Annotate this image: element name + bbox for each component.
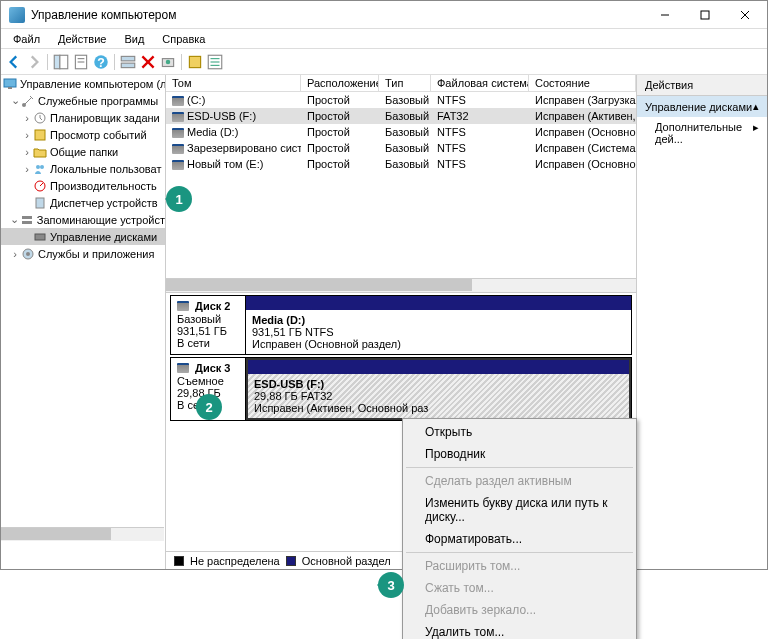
refresh-button[interactable] — [119, 53, 137, 71]
storage-icon — [20, 213, 34, 227]
disk-row-2[interactable]: Диск 2 Базовый 931,51 ГБ В сети Media (D… — [170, 295, 632, 355]
tree-diskmgmt[interactable]: Управление дисками — [1, 228, 165, 245]
maximize-button[interactable] — [685, 3, 725, 27]
app-icon — [9, 7, 25, 23]
disk-row-3[interactable]: Диск 3 Съемное 29,88 ГБ В сети ESD-USB (… — [170, 357, 632, 421]
window-title: Управление компьютером — [31, 8, 645, 22]
tree-storage[interactable]: ⌄ Запоминающие устройст — [1, 211, 165, 228]
perf-icon — [33, 179, 47, 193]
expand-icon[interactable]: › — [21, 146, 33, 158]
scrollbar-thumb[interactable] — [1, 528, 111, 540]
menu-action[interactable]: Действие — [50, 31, 114, 47]
menu-file[interactable]: Файл — [5, 31, 48, 47]
device-icon — [33, 196, 47, 210]
tree-events[interactable]: › Просмотр событий — [1, 126, 165, 143]
legend-primary: Основной раздел — [302, 555, 391, 567]
minimize-button[interactable] — [645, 3, 685, 27]
volume-row[interactable]: Новый том (E:)ПростойБазовыйNTFSИсправен… — [166, 156, 636, 172]
tree-label: Запоминающие устройст — [37, 214, 165, 226]
scrollbar-thumb[interactable] — [166, 279, 472, 291]
svg-point-28 — [40, 165, 44, 169]
tree-scheduler[interactable]: › Планировщик задани — [1, 109, 165, 126]
partition-selected[interactable]: ESD-USB (F:) 29,88 ГБ FAT32 Исправен (Ак… — [246, 358, 631, 420]
expand-icon[interactable]: › — [21, 112, 33, 124]
partition-header — [246, 296, 631, 310]
collapse-icon[interactable]: ⌄ — [9, 95, 21, 107]
separator — [406, 552, 633, 553]
tree-label: Локальные пользоват — [50, 163, 161, 175]
actions-header: Действия — [637, 75, 767, 96]
tree-perf[interactable]: Производительность — [1, 177, 165, 194]
tools-icon — [21, 94, 35, 108]
tree-devmgr[interactable]: Диспетчер устройств — [1, 194, 165, 211]
tree-label: Управление дисками — [50, 231, 157, 243]
close-button[interactable] — [725, 3, 765, 27]
tree-pane: Управление компьютером (л ⌄ Служебные пр… — [1, 75, 166, 569]
help-button[interactable]: ? — [92, 53, 110, 71]
actions-more[interactable]: Дополнительные дей... ▸ — [637, 117, 767, 149]
window-controls — [645, 3, 765, 27]
ctx-shrink: Сжать том... — [405, 577, 634, 599]
ctx-format[interactable]: Форматировать... — [405, 528, 634, 550]
hdd-icon — [172, 144, 184, 154]
context-menu: Открыть Проводник Сделать раздел активны… — [402, 418, 637, 639]
ctx-explorer[interactable]: Проводник — [405, 443, 634, 465]
col-layout[interactable]: Расположение — [301, 75, 379, 91]
actions-section[interactable]: Управление дисками ▴ — [637, 96, 767, 117]
svg-rect-23 — [8, 87, 12, 89]
chevron-up-icon: ▴ — [753, 100, 759, 113]
tree-services[interactable]: › Службы и приложения — [1, 245, 165, 262]
partition-header — [248, 360, 629, 374]
tree-shared[interactable]: › Общие папки — [1, 143, 165, 160]
tree-label: Служебные программы — [38, 95, 158, 107]
ctx-delete[interactable]: Удалить том... — [405, 621, 634, 639]
tree-system-tools[interactable]: ⌄ Служебные программы — [1, 92, 165, 109]
volume-scrollbar-h[interactable] — [166, 278, 636, 292]
tree-label: Планировщик задани — [50, 112, 160, 124]
menubar: Файл Действие Вид Справка — [1, 29, 767, 49]
delete-icon[interactable] — [139, 53, 157, 71]
tree-label: Производительность — [50, 180, 157, 192]
col-fs[interactable]: Файловая система — [431, 75, 529, 91]
expand-icon[interactable]: › — [21, 163, 33, 175]
menu-help[interactable]: Справка — [154, 31, 213, 47]
tree-label: Службы и приложения — [38, 248, 154, 260]
properties-button[interactable] — [72, 53, 90, 71]
menu-view[interactable]: Вид — [116, 31, 152, 47]
tree-label: Управление компьютером (л — [20, 78, 166, 90]
partition-body: ESD-USB (F:) 29,88 ГБ FAT32 Исправен (Ак… — [248, 374, 629, 418]
tree-label: Общие папки — [50, 146, 118, 158]
legend-unalloc: Не распределена — [190, 555, 280, 567]
back-button[interactable] — [5, 53, 23, 71]
tree-label: Диспетчер устройств — [50, 197, 158, 209]
tree-root[interactable]: Управление компьютером (л — [1, 75, 165, 92]
col-status[interactable]: Состояние — [529, 75, 636, 91]
window: Управление компьютером Файл Действие Вид… — [0, 0, 768, 570]
collapse-icon[interactable]: ⌄ — [9, 214, 20, 226]
show-hide-tree-button[interactable] — [52, 53, 70, 71]
forward-button[interactable] — [25, 53, 43, 71]
col-volume[interactable]: Том — [166, 75, 301, 91]
svg-rect-30 — [36, 198, 44, 208]
tree-users[interactable]: › Локальные пользоват — [1, 160, 165, 177]
settings-icon[interactable] — [159, 53, 177, 71]
ctx-open[interactable]: Открыть — [405, 421, 634, 443]
list-icon[interactable] — [206, 53, 224, 71]
action-icon[interactable] — [186, 53, 204, 71]
expand-icon[interactable]: › — [9, 248, 21, 260]
tree-scrollbar-h[interactable] — [1, 527, 164, 541]
expand-icon[interactable]: › — [21, 129, 33, 141]
partition-body: Media (D:) 931,51 ГБ NTFS Исправен (Осно… — [246, 310, 631, 354]
services-icon — [21, 247, 35, 261]
svg-rect-4 — [54, 55, 60, 69]
volume-row[interactable]: Media (D:)ПростойБазовыйNTFSИсправен (Ос… — [166, 124, 636, 140]
volume-row[interactable]: ESD-USB (F:)ПростойБазовыйFAT32Исправен … — [166, 108, 636, 124]
separator — [114, 54, 115, 70]
partition[interactable]: Media (D:) 931,51 ГБ NTFS Исправен (Осно… — [246, 296, 631, 354]
col-type[interactable]: Тип — [379, 75, 431, 91]
svg-point-27 — [36, 165, 40, 169]
ctx-letter[interactable]: Изменить букву диска или путь к диску... — [405, 492, 634, 528]
volume-row[interactable]: Зарезервировано системойПростойБазовыйNT… — [166, 140, 636, 156]
hdd-icon — [172, 160, 184, 170]
volume-row[interactable]: (C:)ПростойБазовыйNTFSИсправен (Загрузка… — [166, 92, 636, 108]
